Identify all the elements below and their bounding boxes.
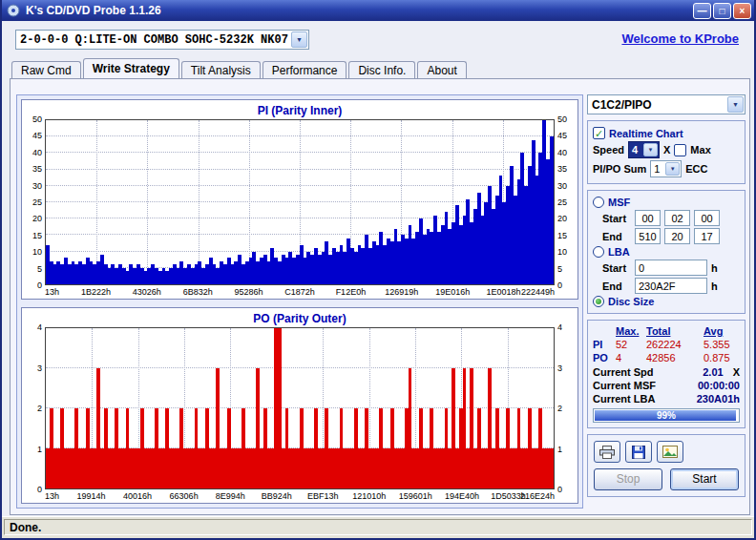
y-tick-label: 5	[557, 264, 562, 274]
po-avg-value: 0.875	[704, 352, 740, 363]
msf-end-frame-field[interactable]: 17	[694, 228, 720, 244]
chevron-down-icon[interactable]: ▼	[291, 31, 307, 48]
current-lba-value: 230A01h	[697, 393, 740, 405]
app-icon	[7, 4, 21, 18]
tab-raw-cmd[interactable]: Raw Cmd	[11, 61, 81, 78]
stats-header-avg: Avg	[704, 325, 740, 337]
lba-end-field[interactable]: 230A2F	[635, 278, 707, 294]
close-button[interactable]: ×	[733, 3, 751, 19]
speed-selector[interactable]: 4 ▼	[628, 141, 660, 158]
range-group: MSF Start 00 02 00 End 510 20 17 LBA	[587, 190, 746, 314]
tab-disc-info[interactable]: Disc Info.	[348, 61, 415, 78]
realtime-chart-label: Realtime Chart	[609, 128, 683, 139]
x-tick-label: 66306h	[170, 491, 199, 501]
current-msf-label: Current MSF	[593, 380, 698, 391]
speed-label: Speed	[593, 144, 624, 156]
mode-selector[interactable]: C1C2/PIPO ▼	[587, 94, 746, 114]
chevron-down-icon[interactable]: ▼	[727, 96, 744, 113]
drive-selector-value: 2-0-0-0 Q:LITE-ON COMBO SOHC-5232K NK07	[16, 33, 290, 47]
y-tick-label: 25	[557, 197, 567, 207]
po-yaxis-left: 01234	[24, 327, 45, 489]
y-tick-label: 20	[32, 214, 42, 223]
po-chart: PO (Parity Outer) 01234 01234 13h19914h4…	[21, 307, 578, 504]
stats-header-max: Max.	[616, 325, 646, 337]
pi-chart-title: PI (Parity Inner)	[24, 101, 576, 119]
check-icon: ✓	[595, 129, 603, 138]
y-tick-label: 4	[557, 322, 562, 332]
tab-about[interactable]: About	[417, 61, 466, 78]
msf-end-min-field[interactable]: 510	[635, 228, 661, 244]
lba-end-unit: h	[711, 280, 718, 292]
msf-end-sec-field[interactable]: 20	[664, 228, 690, 244]
stop-button[interactable]: Stop	[594, 468, 662, 490]
y-tick-label: 30	[32, 181, 42, 191]
disc-size-radio[interactable]	[593, 296, 604, 307]
y-tick-label: 20	[557, 214, 567, 223]
status-text: Done.	[4, 519, 752, 535]
x-tick-label: 13h	[45, 287, 59, 297]
maximize-button[interactable]: □	[713, 3, 731, 19]
msf-start-frame-field[interactable]: 00	[694, 210, 720, 226]
print-button[interactable]	[594, 441, 620, 463]
lba-start-label: Start	[602, 262, 631, 274]
y-tick-label: 3	[557, 363, 562, 373]
y-tick-label: 40	[32, 148, 42, 157]
po-max-value: 4	[616, 352, 646, 363]
x-tick-label: 13h	[45, 491, 59, 501]
pi-total-value: 262224	[646, 339, 704, 350]
x-tick-label: 19E016h	[435, 287, 470, 297]
msf-start-sec-field[interactable]: 02	[664, 210, 690, 226]
y-tick-label: 10	[32, 247, 42, 257]
msf-label: MSF	[608, 197, 630, 208]
y-tick-label: 0	[557, 280, 562, 290]
bar	[550, 136, 554, 284]
chevron-down-icon[interactable]: ▼	[665, 162, 680, 176]
msf-start-min-field[interactable]: 00	[635, 210, 661, 226]
pipo-sum-selector[interactable]: 1 ▼	[650, 160, 682, 177]
realtime-chart-checkbox[interactable]: ✓	[593, 127, 605, 139]
capture-button[interactable]	[657, 441, 683, 463]
welcome-link[interactable]: Welcome to KProbe	[621, 31, 739, 46]
y-tick-label: 2	[557, 404, 562, 413]
po-yaxis-right: 01234	[555, 327, 576, 489]
pi-row-label: PI	[593, 339, 616, 350]
current-spd-unit: X	[733, 366, 740, 378]
tab-tilt-analysis[interactable]: Tilt Analysis	[181, 61, 261, 78]
msf-radio[interactable]	[593, 197, 604, 208]
minimize-button[interactable]: —	[693, 3, 711, 19]
lba-radio[interactable]	[593, 246, 604, 258]
y-tick-label: 45	[32, 131, 42, 140]
start-button[interactable]: Start	[670, 468, 739, 490]
drive-selector[interactable]: 2-0-0-0 Q:LITE-ON COMBO SOHC-5232K NK07 …	[15, 30, 309, 50]
pi-max-value: 52	[616, 339, 646, 350]
current-msf-value: 00:00:00	[698, 380, 740, 391]
y-tick-label: 35	[557, 164, 567, 174]
current-spd-label: Current Spd	[593, 366, 703, 378]
y-tick-label: 25	[32, 197, 42, 207]
settings-group: ✓ Realtime Chart Speed 4 ▼ X ✓ Max PI/PO…	[587, 120, 746, 184]
pi-avg-value: 5.355	[704, 339, 740, 350]
pi-xaxis: 13h1B222h43026h6B832h95286hC1872hF12E0h1…	[45, 286, 555, 299]
lba-start-field[interactable]: 0	[635, 260, 707, 276]
speed-unit-label: X	[663, 144, 670, 156]
x-tick-label: F12E0h	[336, 287, 367, 297]
plot-area	[45, 327, 555, 489]
progress-label: 99%	[594, 409, 739, 422]
po-row-label: PO	[593, 352, 616, 363]
lba-end-label: End	[602, 280, 631, 292]
y-tick-label: 35	[32, 164, 42, 174]
y-tick-label: 0	[37, 485, 42, 494]
save-button[interactable]	[625, 441, 652, 463]
tab-performance[interactable]: Performance	[262, 61, 347, 78]
tab-write-strategy[interactable]: Write Strategy	[83, 58, 179, 78]
x-tick-label: EBF13h	[307, 491, 339, 501]
x-tick-label: 6B832h	[183, 287, 213, 297]
y-tick-label: 15	[557, 231, 567, 240]
x-tick-label: 95286h	[235, 287, 263, 297]
bars	[46, 120, 554, 284]
y-tick-label: 10	[557, 247, 567, 257]
chevron-down-icon[interactable]: ▼	[643, 143, 658, 156]
max-speed-checkbox[interactable]: ✓	[674, 144, 686, 156]
pipo-sum-value: 1	[651, 163, 664, 175]
x-tick-label: 40016h	[123, 491, 152, 501]
